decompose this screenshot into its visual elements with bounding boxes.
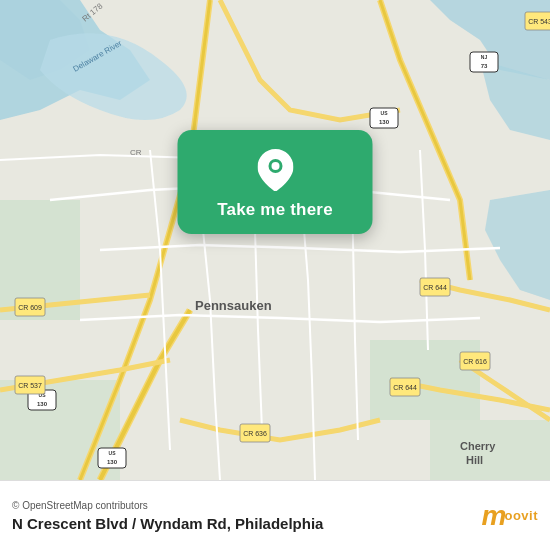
svg-point-38 <box>271 162 279 170</box>
svg-text:CR 644: CR 644 <box>393 384 417 391</box>
svg-text:73: 73 <box>481 63 488 69</box>
svg-text:Hill: Hill <box>466 454 483 466</box>
svg-text:CR 644: CR 644 <box>423 284 447 291</box>
svg-text:CR 616: CR 616 <box>463 358 487 365</box>
svg-text:NJ: NJ <box>481 54 488 60</box>
map-svg: Delaware River US 130 NJ 73 US 130 CR 60… <box>0 0 550 480</box>
svg-text:130: 130 <box>37 401 48 407</box>
map-container: Delaware River US 130 NJ 73 US 130 CR 60… <box>0 0 550 480</box>
action-card[interactable]: Take me there <box>178 130 373 234</box>
bottom-content: © OpenStreetMap contributors N Crescent … <box>12 500 474 532</box>
svg-text:CR 543: CR 543 <box>528 18 550 25</box>
svg-text:Pennsauken: Pennsauken <box>195 298 272 313</box>
svg-text:US: US <box>109 450 117 456</box>
svg-text:CR 537: CR 537 <box>18 382 42 389</box>
address-text: N Crescent Blvd / Wyndam Rd, Philadelphi… <box>12 515 474 532</box>
svg-text:130: 130 <box>379 119 390 125</box>
moovit-logo: m oovit <box>482 500 538 532</box>
bottom-bar: © OpenStreetMap contributors N Crescent … <box>0 480 550 550</box>
moovit-m-letter: m <box>482 500 505 532</box>
svg-text:Cherry: Cherry <box>460 440 496 452</box>
svg-text:US: US <box>381 110 389 116</box>
take-me-there-button-label: Take me there <box>217 200 333 220</box>
osm-attribution: © OpenStreetMap contributors <box>12 500 474 511</box>
svg-text:CR 609: CR 609 <box>18 304 42 311</box>
moovit-rest-text: oovit <box>504 508 538 523</box>
svg-text:CR 636: CR 636 <box>243 430 267 437</box>
svg-text:130: 130 <box>107 459 118 465</box>
svg-text:CR: CR <box>130 148 142 157</box>
location-pin-icon <box>253 148 297 192</box>
